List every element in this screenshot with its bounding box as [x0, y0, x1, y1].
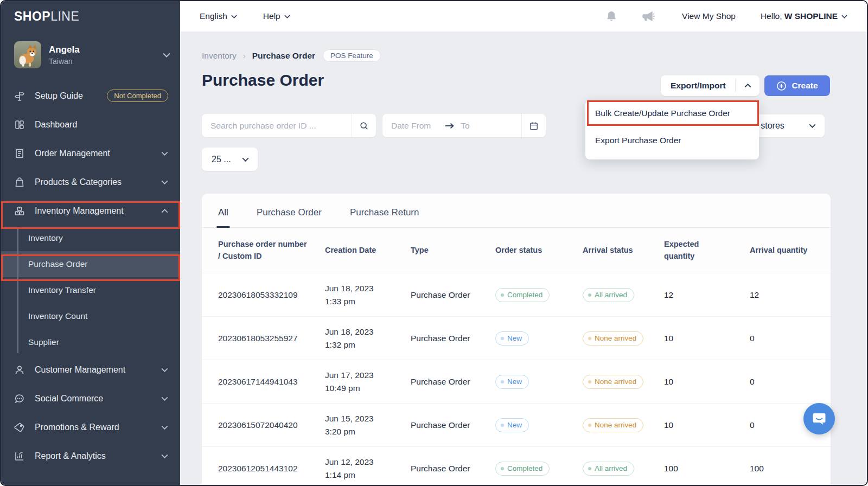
profile-name: Angela [49, 44, 163, 55]
chevron-down-icon [231, 15, 237, 18]
column-header-expected-quantity: Expected quantity [664, 239, 750, 261]
arrival-status-badge: None arrived [583, 331, 643, 346]
table-row[interactable]: 20230612051443102 Jun 12, 20231:14 pm Pu… [202, 447, 831, 486]
topbar-right: View My Shop Hello, W SHOPLINE [605, 10, 847, 23]
chevron-down-icon [161, 425, 168, 430]
chevron-down-icon [161, 397, 168, 401]
profile-info: Angela Taiwan [49, 44, 163, 66]
account-menu[interactable]: Hello, W SHOPLINE [761, 11, 847, 21]
sidebar-item-label: Products & Categories [35, 177, 122, 187]
creation-date: Jun 18, 20231:32 pm [325, 325, 411, 351]
sidebar-item-setup-guide[interactable]: Setup Guide Not Completed [1, 81, 180, 110]
pos-feature-badge: POS Feature [323, 49, 381, 62]
table-row[interactable]: 20230617144941043 Jun 17, 202310:49 pm P… [202, 360, 831, 404]
po-type: Purchase Order [411, 464, 495, 474]
tab-purchase-order[interactable]: Purchase Order [257, 207, 322, 227]
tab-bar: All Purchase Order Purchase Return [202, 194, 831, 228]
breadcrumb-inventory[interactable]: Inventory [202, 51, 237, 61]
creation-date: Jun 17, 202310:49 pm [325, 369, 411, 394]
chevron-down-icon [161, 368, 168, 372]
chevron-down-icon [161, 151, 168, 156]
profile-region: Taiwan [49, 57, 163, 66]
sidebar-item-report-analytics[interactable]: Report & Analytics [1, 442, 180, 470]
not-completed-badge: Not Completed [107, 89, 168, 102]
sidebar-item-dashboard[interactable]: Dashboard [1, 110, 180, 139]
tab-label: All [218, 207, 228, 218]
dashboard-icon [14, 119, 26, 130]
sidebar-item-products-categories[interactable]: Products & Categories [1, 168, 180, 196]
column-header-arrival-quantity: Arrival quantity [750, 245, 822, 256]
announcements-megaphone-icon[interactable] [641, 10, 655, 23]
search-input[interactable] [202, 121, 352, 131]
chevron-down-icon [161, 454, 168, 458]
search-icon[interactable] [352, 121, 376, 131]
table-row[interactable]: 20230618053332109 Jun 18, 20231:33 pm Pu… [202, 273, 831, 317]
sidebar-item-label: Customer Management [35, 365, 125, 375]
date-from-placeholder: Date From [391, 121, 431, 131]
table-row[interactable]: 20230618053255927 Jun 18, 20231:32 pm Pu… [202, 317, 831, 360]
sidebar-item-order-management[interactable]: Order Management [1, 139, 180, 168]
arrow-right-icon [445, 123, 455, 129]
inventory-submenu: Inventory Purchase Order Inventory Trans… [1, 225, 180, 355]
corgi-avatar-image [14, 41, 41, 68]
arrival-status-badge: All arrived [583, 462, 634, 476]
create-button[interactable]: Create [764, 75, 830, 96]
profile-switcher[interactable]: Angela Taiwan [14, 41, 170, 68]
app-window: SHOPLINE [0, 0, 868, 486]
calendar-icon[interactable] [522, 121, 546, 131]
avatar [14, 41, 41, 68]
arrival-quantity: 0 [750, 334, 822, 343]
sidebar-item-promotions-reward[interactable]: Promotions & Reward [1, 413, 180, 442]
chevron-up-icon [161, 209, 168, 213]
bar-chart-icon [14, 451, 26, 462]
chevron-down-icon [161, 180, 168, 184]
expected-quantity: 10 [664, 420, 750, 430]
sidebar-item-label: Setup Guide [35, 91, 83, 101]
inventory-boxes-icon [14, 206, 26, 216]
po-type: Purchase Order [411, 334, 495, 343]
creation-date: Jun 12, 20231:14 pm [325, 456, 411, 481]
order-status-badge: New [495, 331, 529, 346]
page-title: Purchase Order [202, 71, 324, 89]
arrival-quantity: 12 [750, 290, 822, 300]
order-status-badge: New [495, 375, 529, 389]
po-number: 20230618053332109 [218, 290, 325, 300]
page-size-select[interactable]: 25 ... [202, 148, 258, 171]
po-number: 20230612051443102 [218, 464, 325, 474]
signpost-icon [14, 91, 26, 101]
submenu-item-inventory-count[interactable]: Inventory Count [1, 303, 180, 329]
purchase-order-table-card: All Purchase Order Purchase Return Purch… [202, 194, 831, 486]
submenu-item-supplier[interactable]: Supplier [1, 329, 180, 355]
chevron-down-icon [163, 53, 170, 57]
tab-label: Purchase Return [350, 207, 419, 218]
po-type: Purchase Order [411, 420, 495, 430]
create-label: Create [792, 81, 818, 91]
date-range-field[interactable]: Date From To [382, 114, 546, 137]
submenu-item-inventory[interactable]: Inventory [1, 225, 180, 251]
submenu-item-inventory-transfer[interactable]: Inventory Transfer [1, 277, 180, 303]
menu-item-export-purchase-order[interactable]: Export Purchase Order [585, 126, 759, 155]
language-selector[interactable]: English [200, 11, 237, 21]
sidebar-item-customer-management[interactable]: Customer Management [1, 355, 180, 384]
arrival-quantity: 100 [750, 464, 822, 474]
submenu-item-purchase-order[interactable]: Purchase Order [1, 251, 180, 277]
column-header-creation-date: Creation Date [325, 245, 411, 256]
notifications-bell-icon[interactable] [605, 10, 618, 23]
document-icon [14, 148, 26, 159]
tab-all[interactable]: All [218, 207, 228, 227]
chevron-up-icon[interactable] [736, 84, 760, 88]
sidebar-item-label: Order Management [35, 149, 110, 158]
sidebar-item-inventory-management[interactable]: Inventory Management [1, 196, 180, 225]
menu-item-bulk-create-update[interactable]: Bulk Create/Update Purchase Order [585, 100, 759, 126]
help-menu[interactable]: Help [263, 11, 290, 21]
person-icon [14, 364, 26, 375]
table-row[interactable]: 20230615072040420 Jun 15, 20233:20 pm Pu… [202, 404, 831, 447]
sidebar-item-social-commerce[interactable]: Social Commerce [1, 384, 180, 413]
live-chat-button[interactable] [803, 403, 835, 434]
view-my-shop-link[interactable]: View My Shop [682, 11, 736, 21]
export-import-button[interactable]: Export/Import [661, 75, 760, 96]
tag-icon [14, 422, 26, 433]
language-label: English [200, 11, 227, 21]
tab-purchase-return[interactable]: Purchase Return [350, 207, 419, 227]
arrival-status-badge: None arrived [583, 375, 643, 389]
